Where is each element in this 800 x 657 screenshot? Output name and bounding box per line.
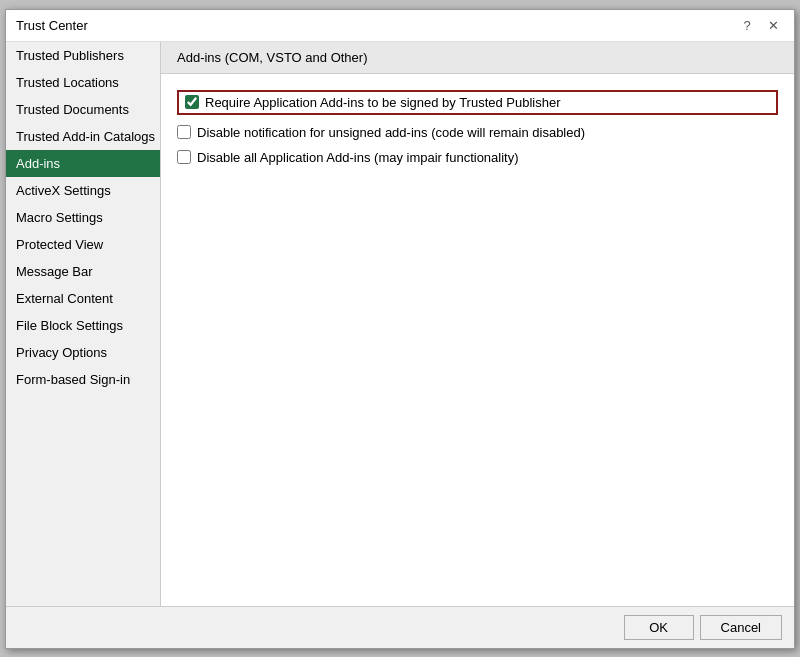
- sidebar-item-trusted-documents[interactable]: Trusted Documents: [6, 96, 160, 123]
- ok-button[interactable]: OK: [624, 615, 694, 640]
- sidebar-item-protected-view[interactable]: Protected View: [6, 231, 160, 258]
- sidebar-item-privacy-options[interactable]: Privacy Options: [6, 339, 160, 366]
- checkbox-disable-all[interactable]: [177, 150, 191, 164]
- sidebar-item-trusted-publishers[interactable]: Trusted Publishers: [6, 42, 160, 69]
- checkbox-require-signed[interactable]: [185, 95, 199, 109]
- close-button[interactable]: ✕: [762, 14, 784, 36]
- checkbox-row-require-signed[interactable]: Require Application Add-ins to be signed…: [177, 90, 778, 115]
- title-bar-controls: ? ✕: [736, 14, 784, 36]
- sidebar-item-trusted-locations[interactable]: Trusted Locations: [6, 69, 160, 96]
- dialog-title: Trust Center: [16, 18, 88, 33]
- sidebar-item-activex-settings[interactable]: ActiveX Settings: [6, 177, 160, 204]
- sidebar-item-external-content[interactable]: External Content: [6, 285, 160, 312]
- sidebar: Trusted PublishersTrusted LocationsTrust…: [6, 42, 161, 606]
- dialog-body: Trusted PublishersTrusted LocationsTrust…: [6, 42, 794, 606]
- trust-center-dialog: Trust Center ? ✕ Trusted PublishersTrust…: [5, 9, 795, 649]
- section-body: Require Application Add-ins to be signed…: [161, 74, 794, 181]
- help-button[interactable]: ?: [736, 14, 758, 36]
- sidebar-item-form-based-sign-in[interactable]: Form-based Sign-in: [6, 366, 160, 393]
- dialog-footer: OK Cancel: [6, 606, 794, 648]
- sidebar-item-macro-settings[interactable]: Macro Settings: [6, 204, 160, 231]
- checkbox-label-disable-notification: Disable notification for unsigned add-in…: [197, 125, 585, 140]
- main-content: Add-ins (COM, VSTO and Other) Require Ap…: [161, 42, 794, 606]
- sidebar-item-message-bar[interactable]: Message Bar: [6, 258, 160, 285]
- cancel-button[interactable]: Cancel: [700, 615, 782, 640]
- sidebar-item-add-ins[interactable]: Add-ins: [6, 150, 160, 177]
- checkbox-label-require-signed: Require Application Add-ins to be signed…: [205, 95, 561, 110]
- sidebar-item-trusted-add-in-catalogs[interactable]: Trusted Add-in Catalogs: [6, 123, 160, 150]
- checkbox-label-disable-all: Disable all Application Add-ins (may imp…: [197, 150, 519, 165]
- sidebar-item-file-block-settings[interactable]: File Block Settings: [6, 312, 160, 339]
- checkbox-disable-notification[interactable]: [177, 125, 191, 139]
- checkbox-row-disable-notification[interactable]: Disable notification for unsigned add-in…: [177, 125, 778, 140]
- section-header: Add-ins (COM, VSTO and Other): [161, 42, 794, 74]
- checkbox-row-disable-all[interactable]: Disable all Application Add-ins (may imp…: [177, 150, 778, 165]
- title-bar: Trust Center ? ✕: [6, 10, 794, 42]
